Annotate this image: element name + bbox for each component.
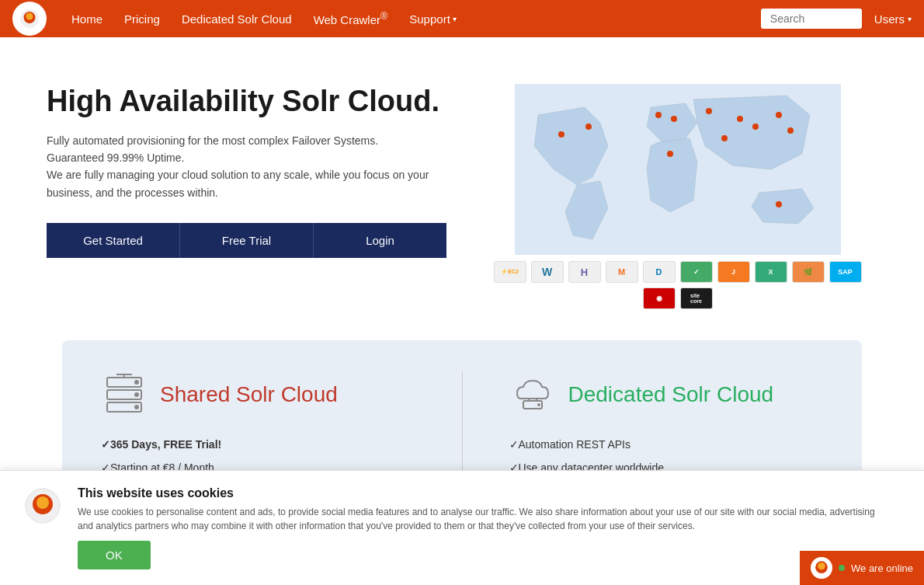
svg-point-8 [706,108,712,114]
nav-logo [12,2,47,36]
svg-point-19 [134,380,139,385]
cookie-title: This website uses cookies [78,486,877,500]
svg-point-6 [655,112,662,118]
shared-card-title: Shared Solr Cloud [160,382,338,407]
nav-pricing[interactable]: Pricing [115,8,169,30]
svg-point-4 [558,131,564,138]
hero-visual: ⚡EC2 W H M D ✓ J X 🌿 SAP ◉ sitecore [478,84,877,309]
shared-card-header: Shared Solr Cloud [101,371,415,418]
free-trial-button[interactable]: Free Trial [179,223,313,258]
hero-content: High Availability Solr Cloud. Fully auto… [47,84,446,258]
cookie-content: This website uses cookies We use cookies… [78,486,877,569]
live-chat-label: We are online [851,562,913,574]
partner-drupal: D [643,261,676,283]
dedicated-cloud-icon [509,371,556,418]
shared-feature-trial: ✓365 Days, FREE Trial! [101,434,415,457]
partner-sitecore: sitecore [680,287,713,309]
cookie-text: We use cookies to personalise content an… [78,505,877,533]
dedicated-card-title: Dedicated Solr Cloud [568,382,774,407]
partner-something2: ✓ [680,261,713,283]
users-dropdown[interactable]: Users ▾ [874,12,912,26]
hero-section: High Availability Solr Cloud. Fully auto… [0,37,924,340]
svg-point-5 [585,124,592,130]
login-button[interactable]: Login [313,223,446,258]
partner-wordpress: W [531,261,564,283]
svg-point-13 [721,135,728,141]
partner-logos: ⚡EC2 W H M D ✓ J X 🌿 SAP ◉ sitecore [478,261,877,309]
shared-server-icon [101,371,148,418]
nav-home[interactable]: Home [62,8,112,30]
partner-magento: M [606,261,638,283]
partner-ec2: ⚡EC2 [494,261,526,283]
svg-point-11 [776,112,782,118]
svg-point-12 [787,127,794,134]
svg-point-30 [36,496,49,509]
partner-something4: 🌿 [792,261,825,283]
svg-point-32 [818,562,825,569]
hero-title: High Availability Solr Cloud. [47,84,446,120]
svg-point-15 [776,201,782,207]
svg-point-14 [667,151,673,157]
svg-point-25 [537,403,540,406]
nav-support[interactable]: Support ▾ [400,8,466,30]
svg-point-10 [752,124,759,130]
hero-description: Fully automated provisioning for the mos… [47,132,446,202]
live-chat-logo [811,557,832,579]
cookie-banner: This website uses cookies We use cookies… [0,470,924,585]
navbar: Home Pricing Dedicated Solr Cloud Web Cr… [0,0,924,37]
nav-dedicated[interactable]: Dedicated Solr Cloud [172,8,301,30]
users-caret-icon: ▾ [908,15,912,23]
hero-buttons: Get Started Free Trial Login [47,223,446,258]
cookie-logo [23,486,62,525]
search-input[interactable] [761,9,862,29]
nav-webcrawler[interactable]: Web Crawler® [304,6,398,31]
svg-point-9 [737,116,743,122]
world-map [515,84,841,255]
dedicated-feature-api: ✓Automation REST APIs [509,434,824,457]
cookie-ok-button[interactable]: OK [78,541,151,569]
svg-point-7 [671,116,677,122]
partner-something3: X [755,261,787,283]
dedicated-card-header: Dedicated Solr Cloud [509,371,824,418]
get-started-button[interactable]: Get Started [47,223,179,258]
nav-links: Home Pricing Dedicated Solr Cloud Web Cr… [62,6,761,31]
live-chat-widget[interactable]: We are online [800,551,924,585]
partner-joomla: J [717,261,750,283]
partner-sap: SAP [829,261,862,283]
partner-heroku: H [568,261,601,283]
online-indicator [839,565,845,571]
support-caret-icon: ▾ [453,15,457,23]
svg-point-21 [134,405,139,409]
partner-something5: ◉ [643,287,676,309]
svg-point-20 [134,392,139,397]
svg-point-2 [26,13,33,20]
